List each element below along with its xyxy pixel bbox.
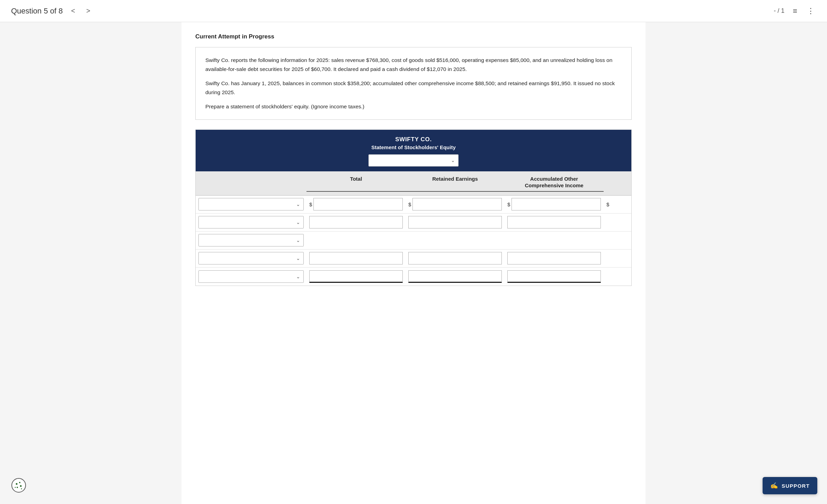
col-header-total: Total <box>306 176 406 192</box>
row3-total-cell <box>306 238 406 242</box>
row2-label-select[interactable]: Balance, Jan 1 Net Income Other Comprehe… <box>198 216 304 228</box>
row5-aoci-input[interactable] <box>507 270 601 283</box>
problem-text: Swifty Co. reports the following informa… <box>195 47 632 120</box>
row1-aoci-input[interactable] <box>512 198 601 210</box>
support-label: SUPPORT <box>782 483 810 489</box>
row1-trailing-cell: $ <box>604 199 631 209</box>
table-row: Balance, Jan 1 Net Income Other Comprehe… <box>196 214 631 232</box>
row1-total-input[interactable] <box>313 198 403 210</box>
row5-retained-cell <box>406 268 505 285</box>
table-row: Balance, Jan 1 Net Income Other Comprehe… <box>196 232 631 250</box>
row5-trailing-cell <box>604 274 631 279</box>
row5-total-cell <box>306 268 406 285</box>
row3-retained-cell <box>406 238 505 242</box>
row3-aoci-cell <box>505 238 604 242</box>
row5-label-cell: Balance, Jan 1 Net Income Other Comprehe… <box>196 268 306 285</box>
chat-icon: ✍ <box>770 482 778 489</box>
top-bar-left: Question 5 of 8 < > <box>11 6 93 16</box>
top-bar: Question 5 of 8 < > - / 1 ≡ ⋮ <box>0 0 827 22</box>
row4-trailing-cell <box>604 256 631 260</box>
row1-label-cell: Balance, Jan 1 Net Income Other Comprehe… <box>196 196 306 213</box>
equity-table: SWIFTY CO. Statement of Stockholders' Eq… <box>195 129 632 286</box>
svg-point-1 <box>16 483 18 485</box>
row5-aoci-cell <box>505 268 604 285</box>
row5-retained-input[interactable] <box>408 270 502 283</box>
row2-retained-cell <box>406 214 505 231</box>
svg-point-5 <box>15 487 16 488</box>
row2-total-input[interactable] <box>309 216 403 228</box>
row1-label-select[interactable]: Balance, Jan 1 Net Income Other Comprehe… <box>198 198 304 210</box>
svg-point-6 <box>21 488 22 489</box>
svg-point-0 <box>12 478 26 492</box>
row4-total-cell <box>306 250 406 267</box>
current-attempt-label: Current Attempt in Progress <box>195 33 632 40</box>
row4-retained-input[interactable] <box>408 252 502 264</box>
row3-label-cell: Balance, Jan 1 Net Income Other Comprehe… <box>196 232 306 249</box>
row3-label-select[interactable]: Balance, Jan 1 Net Income Other Comprehe… <box>198 234 304 246</box>
row4-aoci-cell <box>505 250 604 267</box>
support-button[interactable]: ✍ SUPPORT <box>763 477 817 494</box>
row1-retained-input[interactable] <box>412 198 502 210</box>
row2-total-cell <box>306 214 406 231</box>
cookie-icon[interactable] <box>11 478 26 493</box>
svg-point-3 <box>20 485 22 487</box>
table-dark-header: SWIFTY CO. Statement of Stockholders' Eq… <box>196 130 631 171</box>
row1-total-cell: $ <box>306 196 406 213</box>
page-counter: - / 1 <box>774 7 784 15</box>
statement-name: Statement of Stockholders' Equity <box>201 144 626 150</box>
col-header-retained: Retained Earnings <box>406 176 505 192</box>
row5-label-select[interactable]: Balance, Jan 1 Net Income Other Comprehe… <box>198 270 304 283</box>
row1-aoci-cell: $ <box>505 196 604 213</box>
company-name: SWIFTY CO. <box>201 136 626 143</box>
row2-label-cell: Balance, Jan 1 Net Income Other Comprehe… <box>196 214 306 231</box>
svg-point-2 <box>19 482 20 483</box>
year-select-wrap: For the Year Ended December 31, 2025 For… <box>201 154 626 166</box>
row2-trailing-cell <box>604 220 631 224</box>
col-header-trailing <box>604 176 631 192</box>
row4-total-input[interactable] <box>309 252 403 264</box>
table-row: Balance, Jan 1 Net Income Other Comprehe… <box>196 250 631 268</box>
row1-total-dollar: $ <box>309 201 312 207</box>
column-headers: Total Retained Earnings Accumulated Othe… <box>196 171 631 196</box>
row1-retained-cell: $ <box>406 196 505 213</box>
row1-retained-dollar: $ <box>408 201 411 207</box>
year-select[interactable]: For the Year Ended December 31, 2025 For… <box>368 154 459 166</box>
row1-trailing-dollar: $ <box>606 201 609 207</box>
row2-aoci-cell <box>505 214 604 231</box>
row4-aoci-input[interactable] <box>507 252 601 264</box>
svg-point-4 <box>17 487 18 488</box>
more-options-button[interactable]: ⋮ <box>806 5 816 17</box>
question-label: Question 5 of 8 <box>11 7 63 16</box>
prev-button[interactable]: < <box>68 6 78 16</box>
top-bar-right: - / 1 ≡ ⋮ <box>774 5 816 17</box>
year-select-container: For the Year Ended December 31, 2025 For… <box>368 154 459 166</box>
row4-label-select[interactable]: Balance, Jan 1 Net Income Other Comprehe… <box>198 252 304 264</box>
list-icon: ≡ <box>793 7 797 15</box>
problem-paragraph-2: Swifty Co. has January 1, 2025, balances… <box>205 79 622 97</box>
row3-trailing-cell <box>604 238 631 242</box>
problem-paragraph-3: Prepare a statement of stockholders' equ… <box>205 102 622 111</box>
row2-retained-input[interactable] <box>408 216 502 228</box>
row4-retained-cell <box>406 250 505 267</box>
next-button[interactable]: > <box>83 6 93 16</box>
col-header-label <box>196 176 306 192</box>
row5-total-input[interactable] <box>309 270 403 283</box>
row2-aoci-input[interactable] <box>507 216 601 228</box>
table-row: Balance, Jan 1 Net Income Other Comprehe… <box>196 196 631 214</box>
table-row: Balance, Jan 1 Net Income Other Comprehe… <box>196 268 631 286</box>
row4-label-cell: Balance, Jan 1 Net Income Other Comprehe… <box>196 250 306 267</box>
row1-aoci-dollar: $ <box>507 201 510 207</box>
more-icon: ⋮ <box>807 7 815 15</box>
col-header-aoci: Accumulated OtherComprehensive Income <box>505 176 604 192</box>
list-icon-button[interactable]: ≡ <box>791 5 799 17</box>
problem-paragraph-1: Swifty Co. reports the following informa… <box>205 56 622 73</box>
main-content: Current Attempt in Progress Swifty Co. r… <box>181 22 646 504</box>
